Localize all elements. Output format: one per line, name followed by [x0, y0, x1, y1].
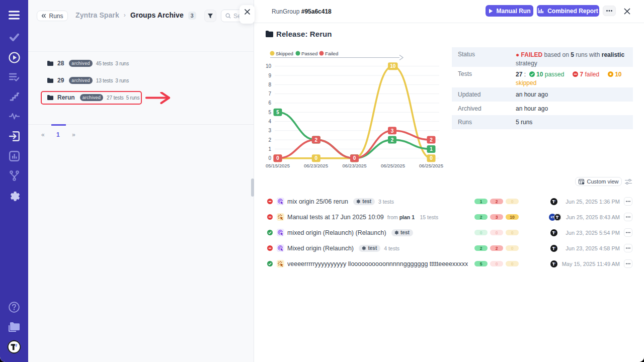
svg-text:1: 1 — [430, 146, 433, 152]
svg-text:2: 2 — [430, 137, 433, 143]
svg-text:0: 0 — [276, 155, 279, 161]
svg-text:1: 1 — [268, 146, 271, 152]
svg-text:Skipped: Skipped — [276, 51, 293, 56]
svg-text:3: 3 — [268, 128, 271, 133]
svg-text:10: 10 — [390, 63, 396, 69]
svg-text:Passed: Passed — [301, 51, 317, 56]
svg-text:06/23/2025: 06/23/2025 — [342, 163, 366, 168]
svg-text:2: 2 — [315, 137, 318, 143]
svg-text:5: 5 — [268, 110, 271, 115]
svg-text:0: 0 — [268, 155, 271, 161]
svg-text:3: 3 — [391, 128, 394, 134]
svg-text:8: 8 — [268, 82, 271, 87]
svg-text:6: 6 — [268, 100, 271, 106]
svg-text:0: 0 — [430, 155, 433, 161]
svg-text:2: 2 — [391, 137, 394, 143]
svg-text:Failed: Failed — [325, 51, 338, 56]
svg-text:05/15/2025: 05/15/2025 — [266, 163, 290, 168]
svg-text:0: 0 — [353, 155, 356, 161]
svg-text:9: 9 — [268, 73, 271, 78]
svg-text:06/25/2025: 06/25/2025 — [419, 163, 443, 168]
svg-text:06/23/2025: 06/23/2025 — [304, 163, 328, 168]
svg-text:10: 10 — [266, 63, 272, 69]
svg-text:7: 7 — [268, 91, 271, 97]
svg-text:06/25/2025: 06/25/2025 — [381, 163, 405, 168]
svg-text:0: 0 — [315, 155, 318, 161]
svg-text:2: 2 — [268, 137, 271, 143]
svg-text:5: 5 — [276, 110, 279, 115]
svg-text:4: 4 — [268, 119, 271, 124]
